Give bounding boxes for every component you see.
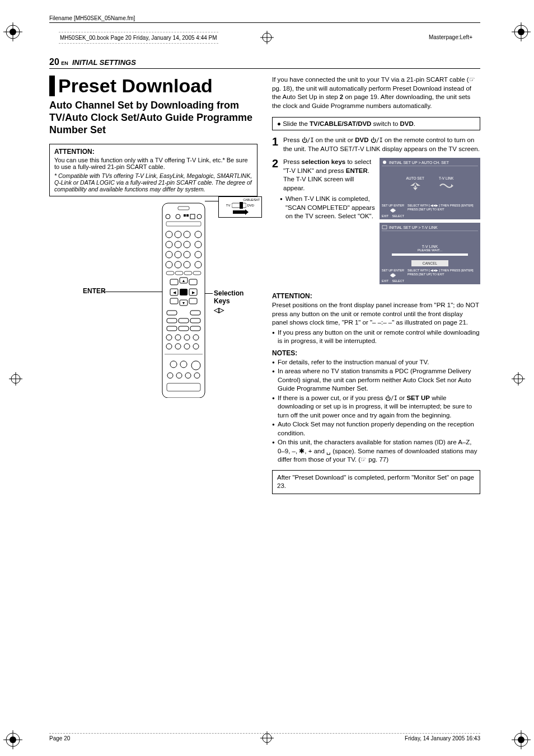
svg-point-97 [383,161,386,164]
step-1-text: Press ⏻/I on the unit or DVD ⏻/I on the … [283,136,480,153]
remote-selection-keys-label: Selection Keys ◁▷ [214,289,257,314]
tv2-breadcrumb: INITIAL SET UP > T-V LINK [389,226,438,229]
svg-text:▲: ▲ [182,279,186,283]
tv-screen-figures: INITIAL SET UP > AUTO CH. SET AUTO SET T… [380,158,480,288]
remote-icon: ▲ ◀ ▶ ▼ [161,202,206,398]
svg-rect-63 [180,289,188,295]
registration-mark-br [512,730,531,749]
crosshair-top [260,31,274,44]
enter-leader-line [102,292,163,292]
lang-code: EN [61,60,68,66]
registration-mark-tl [3,22,22,41]
after-preset-box: After "Preset Download" is completed, pe… [272,470,480,494]
notes-item: In areas where no TV station transmits a… [272,367,480,393]
registration-mark-bl [3,730,22,749]
step-1: 1 Press ⏻/I on the unit or DVD ⏻/I on th… [272,136,480,153]
remote-control-figure: ENTER Selection Keys ◁▷ [49,202,257,403]
remote-enter-label: ENTER [83,287,106,295]
attention2-bullet: If you press any button on the unit or r… [272,328,480,346]
book-info-line: MH50SEK_00.book Page 20 Friday, January … [59,32,218,44]
svg-rect-95 [232,203,246,208]
notes-item: For details, refer to the instruction ma… [272,358,480,367]
switch-dvd-label: DVD [247,204,255,207]
sub-heading: Auto Channel Set by Downloading from TV/… [49,100,257,136]
switch-tv-label: TV [226,204,231,207]
svg-rect-100 [382,226,387,229]
step-2-text: Press selection keys to select "T-V LINK… [283,158,375,192]
crosshair-right [512,372,525,386]
filename-line: Filename [MH50SEK_05Name.fm] [49,15,480,23]
step-2-bullet: When T-V LINK is completed, "SCAN COMPLE… [280,195,375,221]
svg-rect-28 [162,203,205,398]
svg-rect-33 [186,214,189,217]
right-column: If you have connected the unit to your T… [272,76,480,494]
attention-label: ATTENTION: [54,148,252,156]
footer-page: Page 20 [49,735,70,741]
svg-point-98 [414,186,416,187]
crosshair-left [9,372,22,386]
notes-list: For details, refer to the instruction ma… [272,358,480,464]
notes-item: If there is a power cut, or if you press… [272,394,480,420]
tv2-please-wait: PLEASE WAIT... [382,248,478,252]
page-header: 20 EN INITIAL SETTINGS [49,57,480,69]
tv-screen-tvlink: INITIAL SET UP > T-V LINK T-V LINK PLEAS… [380,223,480,284]
tv1-auto-set-option: AUTO SET [406,176,424,191]
step-2-text-col: 2 Press selection keys to select "T-V LI… [272,158,375,288]
main-heading: Preset Download [49,76,257,96]
intro-paragraph: If you have connected the unit to your T… [272,76,480,110]
page-number: 20 [49,57,59,67]
masterpage-label: Masterpage:Left+ [429,34,472,40]
step-2-number: 2 [272,158,280,192]
attention-box-right: ATTENTION: Preset positions on the front… [272,292,480,346]
content-area: Preset Download Auto Channel Set by Down… [49,76,480,494]
notes-item: Auto Clock Set may not function properly… [272,420,480,438]
footer-date: Friday, 14 January 2005 16:43 [405,735,480,741]
attention-box-left: ATTENTION: You can use this function onl… [49,144,257,196]
svg-rect-96 [240,202,243,209]
manual-page: Filename [MH50SEK_05Name.fm] MH50SEK_00.… [0,0,534,756]
attention-body: You can use this function only with a TV… [54,157,252,170]
tv1-breadcrumb: INITIAL SET UP > AUTO CH. SET [389,161,449,165]
switch-cablesat-label: CABLE/SAT [221,198,260,201]
registration-mark-tr [512,22,531,41]
tv1-footer-instructions: SELECT WITH [ ◀■▶ ] THEN PRESS [ENTER] P… [407,204,474,218]
gear-icon [382,160,387,165]
attention2-label: ATTENTION: [272,292,480,300]
tv1-tvlink-option: T-V LINK [439,176,453,191]
switch-callout: CABLE/SAT TV DVD [205,199,262,224]
attention-footnote: * Compatible with TVs offering T-V Link,… [54,172,252,192]
tv-screen-auto-ch-set: INITIAL SET UP > AUTO CH. SET AUTO SET T… [380,158,480,219]
notes-label: NOTES: [272,349,480,357]
tv2-center-label: T-V LINK [382,245,478,248]
attention2-body: Preset positions on the front display pa… [272,301,480,327]
tv2-progress-bar [392,253,468,256]
left-column: Preset Download Auto Channel Set by Down… [49,76,257,494]
step-1-number: 1 [272,136,280,153]
slide-switch-box: ● Slide the TV/CABLE/SAT/DVD switch to D… [272,117,480,130]
footer-timestamp: Page 20 Friday, 14 January 2005 16:43 [49,733,480,741]
svg-rect-32 [184,214,186,217]
svg-text:▼: ▼ [182,301,186,305]
gear-icon [382,225,387,229]
tv2-footer-instructions: SELECT WITH [ ◀■▶ ] THEN PRESS [ENTER] P… [407,269,474,283]
step-2-row: 2 Press selection keys to select "T-V LI… [272,158,480,288]
section-title: INITIAL SETTINGS [72,58,136,67]
tv2-cancel-button: CANCEL [411,260,448,266]
notes-item: On this unit, the characters available f… [272,438,480,464]
